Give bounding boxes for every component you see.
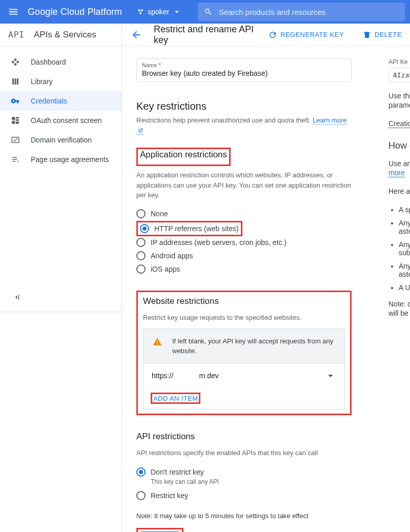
- project-name: spoker: [148, 8, 169, 16]
- note-ig: will be ig: [388, 309, 410, 317]
- add-item-highlight: ADD AN ITEM: [151, 393, 200, 404]
- referrer-row[interactable]: https:// m.dev: [144, 363, 344, 387]
- settings-delay-note: Note: It may take up to 5 minutes for se…: [136, 512, 352, 520]
- external-link-icon: [137, 128, 144, 134]
- chevron-down-icon: [325, 370, 336, 381]
- radio-none[interactable]: None: [136, 208, 352, 220]
- radio-ip-addresses[interactable]: IP addresses (web servers, cron jobs, et…: [136, 236, 352, 249]
- radio-dont-restrict-sub: This key can call any API: [151, 478, 352, 485]
- regenerate-key-button[interactable]: Regenerate Key: [264, 27, 348, 43]
- app-restrictions-desc: An application restriction controls whic…: [136, 170, 352, 200]
- bullet-4: A UR: [399, 283, 410, 292]
- api-key-label: API Ke: [388, 58, 410, 66]
- radio-icon: [136, 264, 146, 274]
- sidebar-item-label: Domain verification: [31, 136, 92, 144]
- radio-android[interactable]: Android apps: [136, 250, 352, 262]
- regenerate-label: Regenerate Key: [280, 31, 344, 38]
- page-header: Restrict and rename API key Regenerate K…: [122, 24, 410, 46]
- key-restrictions-subtext: Restrictions help prevent unauthorized u…: [136, 115, 352, 135]
- note-qu: Note: qu: [388, 300, 410, 308]
- save-highlight: SAVE: [136, 528, 183, 533]
- more-link[interactable]: more: [388, 169, 405, 177]
- search-input[interactable]: [219, 8, 399, 16]
- delete-label: Delete: [375, 31, 402, 38]
- sidebar-item-library[interactable]: Library: [0, 72, 121, 91]
- search-icon: [204, 7, 213, 16]
- name-field[interactable]: Name *: [136, 58, 352, 82]
- here-are-text: Here are: [388, 187, 410, 195]
- sidebar-item-label: Library: [31, 77, 53, 86]
- blank-warning-text: If left blank, your API key will accept …: [172, 336, 335, 356]
- warning-icon: [153, 337, 162, 356]
- website-restrictions-title: Website restrictions: [143, 296, 219, 306]
- sidebar-item-oauth[interactable]: OAuth consent screen: [0, 111, 121, 130]
- usage-text-2: paramet: [388, 101, 410, 109]
- sidebar-item-label: OAuth consent screen: [31, 116, 102, 125]
- sidebar-item-agreements[interactable]: Page usage agreements: [0, 150, 121, 169]
- sidebar-item-label: Dashboard: [31, 58, 66, 66]
- key-icon: [10, 96, 20, 106]
- agreements-icon: [10, 154, 20, 165]
- website-card: If left blank, your API key will accept …: [143, 329, 345, 410]
- radio-icon: [136, 209, 146, 218]
- website-restrictions-highlight: Website restrictions Restrict key usage …: [136, 291, 352, 415]
- api-key-value: AIzaS: [388, 68, 410, 83]
- sidebar-nav: Dashboard Library Credentials OAuth cons…: [0, 46, 121, 169]
- search-box[interactable]: [198, 3, 405, 21]
- page-title: Restrict and rename API key: [154, 24, 254, 46]
- referrer-value: https:// m.dev: [152, 372, 219, 380]
- content: API Ke AIzaS Use this paramet Creation H…: [122, 46, 410, 532]
- app-restrictions-title: Application restrictions: [140, 150, 227, 160]
- svg-point-1: [141, 9, 143, 11]
- add-item-row: ADD AN ITEM: [144, 387, 344, 409]
- topbar: Google Cloud Platform spoker: [0, 0, 410, 24]
- radio-icon: [140, 224, 149, 233]
- radio-ios[interactable]: iOS apps: [136, 263, 352, 275]
- radio-http-referrers[interactable]: HTTP referrers (web sites): [140, 222, 239, 235]
- bullet-1: Any aste: [399, 219, 410, 235]
- brand-title: Google Cloud Platform: [28, 7, 122, 17]
- website-restrictions-desc: Restrict key usage requests to the speci…: [143, 314, 345, 321]
- api-restrictions-section: API restrictions API restrictions specif…: [136, 432, 352, 502]
- bullet-2: Any sub: [399, 240, 410, 257]
- check-icon: [10, 135, 20, 145]
- name-input[interactable]: [142, 68, 346, 77]
- dashboard-icon: [10, 57, 20, 67]
- sidebar-item-domain[interactable]: Domain verification: [0, 130, 121, 150]
- radio-restrict-key[interactable]: Restrict key: [136, 489, 352, 502]
- sidebar: API APIs & Services Dashboard Library Cr…: [0, 24, 122, 532]
- sidebar-item-label: Page usage agreements: [31, 155, 109, 163]
- chevron-down-icon: [172, 7, 181, 16]
- bullet-3: Any aste: [399, 262, 410, 278]
- project-picker[interactable]: spoker: [133, 5, 184, 18]
- svg-point-0: [138, 9, 140, 11]
- api-restrictions-desc: API restrictions specify the enabled API…: [136, 449, 352, 457]
- sidebar-divider: [0, 312, 121, 312]
- name-field-label: Name *: [142, 62, 346, 68]
- trash-icon: [362, 30, 372, 39]
- radio-http-highlight: HTTP referrers (web sites): [136, 221, 242, 236]
- add-item-button[interactable]: ADD AN ITEM: [153, 395, 198, 402]
- sidebar-header: API APIs & Services: [0, 24, 121, 46]
- sidebar-item-credentials[interactable]: Credentials: [0, 91, 121, 111]
- usage-text-1: Use this: [388, 92, 410, 100]
- library-icon: [10, 76, 20, 87]
- svg-point-2: [139, 12, 141, 14]
- radio-icon: [136, 238, 146, 247]
- howto-text: Use an H: [388, 159, 410, 168]
- collapse-sidebar-button[interactable]: [10, 291, 23, 303]
- menu-icon[interactable]: [3, 2, 24, 22]
- delete-button[interactable]: Delete: [358, 27, 406, 43]
- back-button[interactable]: [129, 28, 144, 42]
- consent-icon: [10, 115, 20, 126]
- key-restrictions-title: Key restrictions: [136, 100, 352, 112]
- bullet-0: A sp: [399, 206, 410, 214]
- project-icon: [136, 8, 145, 16]
- radio-dont-restrict[interactable]: Don't restrict key: [136, 466, 352, 478]
- sidebar-item-label: Credentials: [31, 97, 67, 105]
- radio-icon: [136, 467, 146, 477]
- howto-title: How c: [388, 140, 410, 151]
- sidebar-item-dashboard[interactable]: Dashboard: [0, 52, 121, 72]
- radio-icon: [136, 251, 146, 260]
- blank-warning-banner: If left blank, your API key will accept …: [144, 329, 344, 363]
